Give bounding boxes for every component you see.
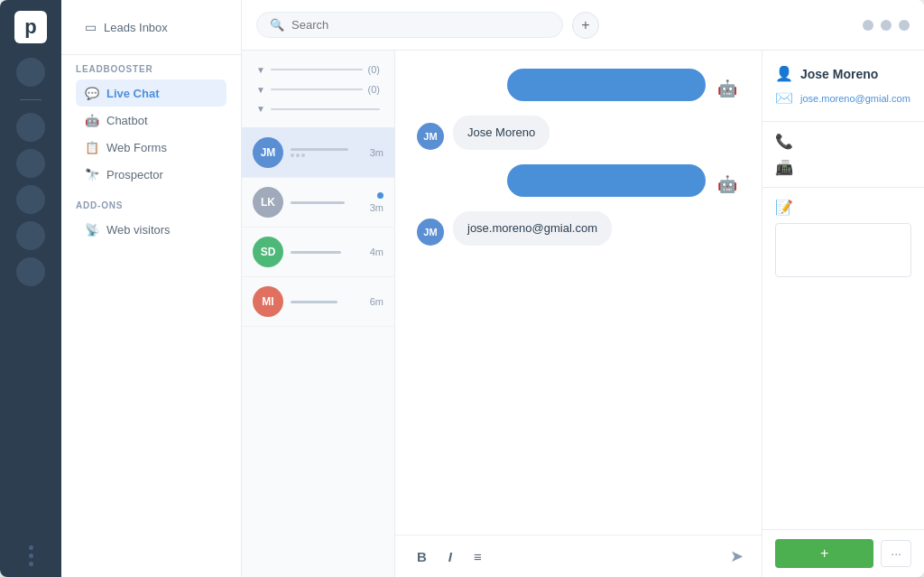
filter-count-1: (0) xyxy=(368,64,380,75)
filter-item-1[interactable]: ▼ (0) xyxy=(253,60,383,79)
nav-divider xyxy=(20,99,42,100)
status-dot-1 xyxy=(863,20,873,31)
conv-time: 6m xyxy=(370,296,383,307)
right-panel-footer: + ··· xyxy=(762,529,924,577)
user-avatar-2: JM xyxy=(417,219,444,246)
more-options-button[interactable]: ··· xyxy=(881,540,911,567)
nav-item-5[interactable] xyxy=(16,221,45,250)
unread-dot xyxy=(377,192,383,199)
conv-meta: 3m xyxy=(370,147,383,158)
add-button[interactable]: + xyxy=(572,12,599,39)
conv-time: 3m xyxy=(370,147,383,158)
phone-icon[interactable]: 📞 xyxy=(775,133,911,150)
status-dot-3 xyxy=(899,20,910,31)
conv-meta: 3m xyxy=(370,192,383,213)
conv-line xyxy=(291,251,341,254)
conv-lines xyxy=(291,148,363,157)
conversation-item[interactable]: MI 6m xyxy=(242,277,394,327)
conv-info xyxy=(291,251,363,254)
conversation-list: ▼ (0) ▼ (0) ▼ xyxy=(242,51,395,577)
conv-line xyxy=(291,201,345,204)
app-logo: p xyxy=(14,11,47,43)
chevron-down-icon: ▼ xyxy=(256,65,265,75)
message-bubble-user: Jose Moreno xyxy=(453,116,550,150)
sidebar-top: ▭ Leads Inbox xyxy=(61,0,241,55)
conv-lines xyxy=(291,251,363,254)
avatar: SD xyxy=(253,237,283,267)
message-bubble-email: jose.moreno@gmial.com xyxy=(453,211,612,246)
avatar: JM xyxy=(253,137,283,168)
contact-email-row: ✉️ jose.moreno@gmial.com xyxy=(775,89,911,107)
nav-item-1[interactable] xyxy=(16,58,45,87)
chat-toolbar: B I ≡ ➤ xyxy=(395,535,762,577)
right-panel: 👤 Jose Moreno ✉️ jose.moreno@gmial.com 📞… xyxy=(762,51,924,577)
sidebar-item-label: Prospector xyxy=(106,168,163,181)
nav-item-4[interactable] xyxy=(16,185,45,214)
conversation-item[interactable]: SD 4m xyxy=(242,228,394,277)
nav-item-2[interactable] xyxy=(16,113,45,142)
main-content: 🔍 + ▼ (0) ▼ xyxy=(242,0,924,577)
conv-filters: ▼ (0) ▼ (0) ▼ xyxy=(242,51,394,128)
sidebar-item-label: Web visitors xyxy=(106,223,171,237)
filter-count-2: (0) xyxy=(368,84,380,95)
notes-textarea[interactable] xyxy=(775,223,911,277)
sidebar-item-web-forms[interactable]: 📋 Web Forms xyxy=(76,134,226,161)
conv-info xyxy=(291,148,363,157)
notes-icon: 📝 xyxy=(775,199,911,216)
web-visitors-icon: 📡 xyxy=(85,222,99,237)
list-button[interactable]: ≡ xyxy=(470,547,485,566)
sidebar-item-live-chat[interactable]: 💬 Live Chat xyxy=(76,79,226,107)
sidebar-item-web-visitors[interactable]: 📡 Web visitors xyxy=(76,216,226,243)
add-contact-button[interactable]: + xyxy=(775,539,873,568)
conv-meta: 6m xyxy=(370,296,383,307)
search-input[interactable] xyxy=(291,18,550,32)
conv-meta: 4m xyxy=(370,247,383,257)
filter-item-2[interactable]: ▼ (0) xyxy=(253,79,383,99)
top-bar: 🔍 + xyxy=(242,0,924,51)
inbox-label: Leads Inbox xyxy=(104,21,168,34)
prospector-icon: 🔭 xyxy=(85,167,99,181)
filter-item-3[interactable]: ▼ xyxy=(253,99,383,118)
contact-name-row: 👤 Jose Moreno xyxy=(775,65,911,82)
sidebar-item-chatbot[interactable]: 🤖 Chatbot xyxy=(76,107,226,134)
chatbot-icon: 🤖 xyxy=(85,113,99,127)
email-icon: ✉️ xyxy=(775,89,793,107)
nav-item-3[interactable] xyxy=(16,149,45,178)
message-row: 🤖 xyxy=(417,69,740,101)
fax-icon[interactable]: 📠 xyxy=(775,159,911,176)
nav-more[interactable] xyxy=(29,545,33,566)
message-row: JM jose.moreno@gmial.com xyxy=(417,211,740,246)
conv-dots xyxy=(291,154,363,157)
contact-email: jose.moreno@gmial.com xyxy=(800,93,910,104)
search-bar: 🔍 xyxy=(256,12,563,38)
conv-time: 4m xyxy=(370,247,383,257)
section-label-addons: ADD-ONS xyxy=(76,200,226,210)
bold-button[interactable]: B xyxy=(413,547,430,566)
conv-lines xyxy=(291,301,363,303)
inbox-icon: ▭ xyxy=(85,20,97,34)
conversation-item[interactable]: JM 3m xyxy=(242,128,394,178)
sidebar-section-leadbooster: LEADBOOSTER 💬 Live Chat 🤖 Chatbot 📋 Web … xyxy=(61,55,241,191)
send-button[interactable]: ➤ xyxy=(730,546,744,566)
chat-area: 🤖 JM Jose Moreno 🤖 JM jose xyxy=(395,51,762,577)
sidebar: ▭ Leads Inbox LEADBOOSTER 💬 Live Chat 🤖 … xyxy=(61,0,242,577)
bot-icon: 🤖 xyxy=(715,76,740,101)
status-dot-2 xyxy=(881,20,892,31)
left-nav: p xyxy=(0,0,61,577)
conversation-item[interactable]: LK 3m xyxy=(242,178,394,228)
sidebar-item-prospector[interactable]: 🔭 Prospector xyxy=(76,161,226,188)
contact-actions: 📞 📠 xyxy=(762,122,924,188)
filter-line-2 xyxy=(271,88,363,90)
sidebar-item-inbox[interactable]: ▭ Leads Inbox xyxy=(76,13,226,42)
sidebar-item-label: Web Forms xyxy=(106,141,167,154)
content-body: ▼ (0) ▼ (0) ▼ xyxy=(242,51,924,577)
contact-info: 👤 Jose Moreno ✉️ jose.moreno@gmial.com xyxy=(762,51,924,122)
conv-time: 3m xyxy=(370,202,383,213)
conv-info xyxy=(291,301,363,303)
avatar: LK xyxy=(253,187,283,218)
italic-button[interactable]: I xyxy=(445,547,456,566)
nav-item-6[interactable] xyxy=(16,257,45,286)
chevron-down-icon-3: ▼ xyxy=(256,104,265,114)
sidebar-item-label: Chatbot xyxy=(106,114,148,127)
user-avatar: JM xyxy=(417,123,444,150)
